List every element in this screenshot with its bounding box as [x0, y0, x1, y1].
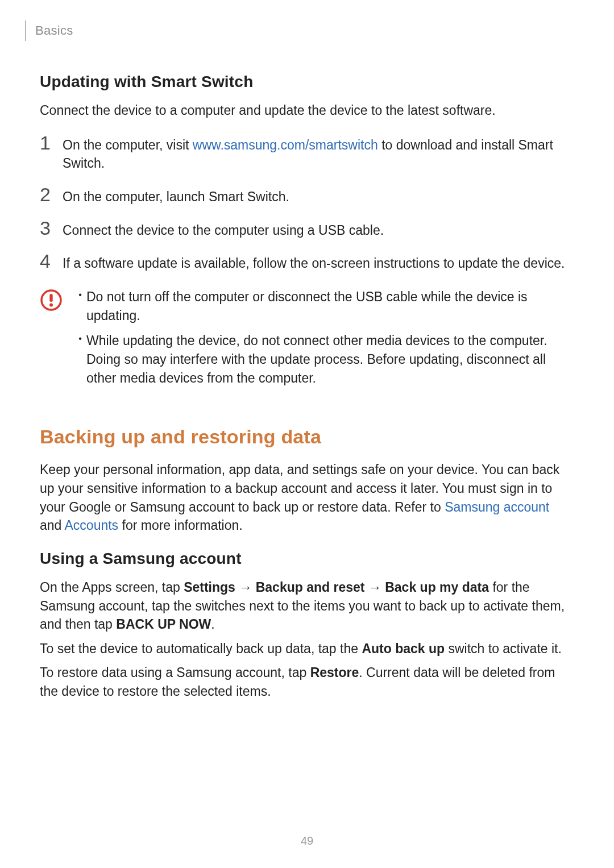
samsung-account-link[interactable]: Samsung account	[445, 500, 549, 514]
ui-label-backup-now: BACK UP NOW	[116, 617, 211, 632]
caution-block: • Do not turn off the computer or discon…	[40, 288, 574, 394]
header-divider	[25, 20, 26, 41]
page-number: 49	[0, 834, 614, 848]
usage-paragraph-2: To set the device to automatically back …	[40, 639, 574, 658]
text-fragment: for more information.	[118, 518, 243, 533]
caution-icon	[40, 289, 63, 314]
bullet-item: • While updating the device, do not conn…	[74, 331, 574, 387]
step-item: 2 On the computer, launch Smart Switch.	[40, 188, 574, 206]
step-number: 4	[40, 251, 60, 271]
text-fragment: To restore data using a Samsung account,…	[40, 665, 310, 680]
ui-label-settings: Settings	[184, 580, 235, 595]
subheading-using-samsung-account: Using a Samsung account	[40, 550, 574, 568]
usage-paragraph-3: To restore data using a Samsung account,…	[40, 663, 574, 700]
arrow-separator: →	[364, 580, 385, 595]
subheading-updating-smart-switch: Updating with Smart Switch	[40, 73, 574, 91]
step-number: 3	[40, 218, 60, 238]
arrow-separator: →	[235, 580, 256, 595]
document-page: Basics Updating with Smart Switch Connec…	[0, 0, 614, 701]
step-text: If a software update is available, follo…	[60, 254, 574, 273]
intro-paragraph: Connect the device to a computer and upd…	[40, 101, 574, 120]
step-list: 1 On the computer, visit www.samsung.com…	[40, 136, 574, 273]
ui-label-back-up-my-data: Back up my data	[385, 580, 489, 595]
section-heading-backup-restore: Backing up and restoring data	[40, 426, 574, 448]
step-item: 1 On the computer, visit www.samsung.com…	[40, 136, 574, 173]
step-number: 1	[40, 133, 60, 152]
svg-point-2	[49, 303, 53, 306]
text-fragment: and	[40, 518, 65, 533]
ui-label-auto-backup: Auto back up	[362, 641, 445, 656]
text-fragment: .	[211, 617, 214, 632]
section-paragraph: Keep your personal information, app data…	[40, 460, 574, 535]
text-fragment: switch to activate it.	[445, 641, 562, 656]
usage-paragraph-1: On the Apps screen, tap Settings → Backu…	[40, 578, 574, 634]
step-item: 4 If a software update is available, fol…	[40, 254, 574, 273]
text-fragment: To set the device to automatically back …	[40, 641, 362, 656]
section-breadcrumb: Basics	[35, 23, 73, 38]
svg-rect-1	[49, 294, 52, 302]
page-header: Basics	[25, 20, 574, 41]
ui-label-restore: Restore	[310, 665, 359, 680]
smartswitch-link[interactable]: www.samsung.com/smartswitch	[193, 138, 378, 152]
step-text: Connect the device to the computer using…	[60, 221, 574, 240]
step-number: 2	[40, 185, 60, 204]
caution-list: • Do not turn off the computer or discon…	[63, 288, 574, 394]
accounts-link[interactable]: Accounts	[65, 518, 119, 533]
step-item: 3 Connect the device to the computer usi…	[40, 221, 574, 240]
step-text: On the computer, visit www.samsung.com/s…	[60, 136, 574, 173]
step-text: On the computer, launch Smart Switch.	[60, 188, 574, 206]
bullet-icon: •	[74, 288, 86, 302]
bullet-item: • Do not turn off the computer or discon…	[74, 288, 574, 325]
bullet-text: While updating the device, do not connec…	[86, 331, 574, 387]
ui-label-backup-reset: Backup and reset	[256, 580, 365, 595]
bullet-icon: •	[74, 331, 86, 346]
text-fragment: On the Apps screen, tap	[40, 580, 184, 595]
text-fragment: On the computer, visit	[63, 138, 193, 152]
bullet-text: Do not turn off the computer or disconne…	[86, 288, 574, 325]
